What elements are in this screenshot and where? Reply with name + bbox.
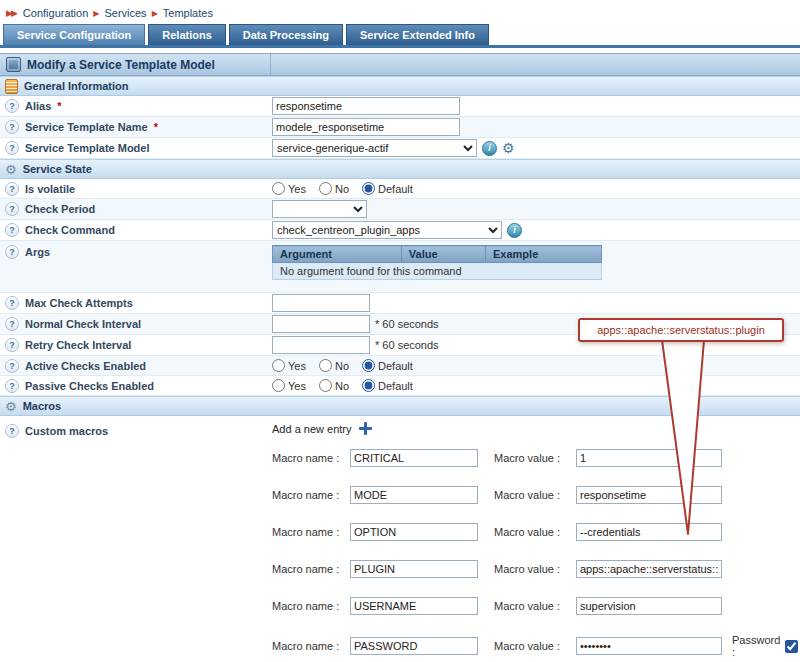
args-header-example: Example [486, 246, 602, 263]
page-title-bar: Modify a Service Template Model [0, 53, 800, 76]
macro-value-input[interactable] [576, 486, 722, 504]
radio-label: No [335, 380, 349, 392]
info-icon[interactable]: i [507, 223, 522, 238]
macro-value-input[interactable] [576, 597, 722, 615]
help-icon[interactable]: ? [5, 99, 19, 113]
help-icon[interactable]: ? [5, 245, 19, 259]
help-icon[interactable]: ? [5, 202, 19, 216]
help-icon[interactable]: ? [5, 379, 19, 393]
max-check-attempts-label-cell: ? Max Check Attempts [0, 296, 270, 310]
macro-value-label: Macro value : [494, 563, 576, 575]
macro-name-input[interactable] [350, 486, 478, 504]
max-check-attempts-label: Max Check Attempts [25, 297, 133, 309]
max-check-attempts-input[interactable] [272, 294, 370, 312]
check-period-select[interactable] [272, 200, 367, 218]
macro-value-label: Macro value : [494, 452, 576, 464]
info-icon[interactable]: i [482, 141, 497, 156]
row-passive-checks-enabled: ? Passive Checks Enabled Yes No Default [0, 376, 800, 396]
password-label: Password : [732, 634, 785, 658]
macro-name-input[interactable] [350, 449, 478, 467]
breadcrumb-configuration[interactable]: Configuration [23, 7, 88, 19]
macro-value-input[interactable] [576, 523, 722, 541]
password-checkbox[interactable] [785, 640, 798, 653]
row-max-check-attempts: ? Max Check Attempts [0, 293, 800, 314]
retry-check-interval-input[interactable] [272, 336, 370, 354]
breadcrumb-templates[interactable]: Templates [163, 7, 213, 19]
plus-icon[interactable] [359, 422, 372, 435]
macro-value-input[interactable] [576, 449, 722, 467]
macro-name-input[interactable] [350, 637, 478, 655]
service-template-model-select[interactable]: service-generique-actif [272, 139, 477, 157]
row-retry-check-interval: ? Retry Check Interval * 60 seconds [0, 335, 800, 356]
active-checks-default[interactable]: Default [362, 359, 413, 372]
required-marker: * [154, 121, 158, 133]
active-checks-yes[interactable]: Yes [272, 359, 306, 372]
gear-icon: ⚙ [5, 163, 17, 176]
macro-name-label: Macro name : [272, 489, 350, 501]
add-new-entry-button[interactable]: Add a new entry [272, 422, 372, 435]
retry-check-interval-label-cell: ? Retry Check Interval [0, 338, 270, 352]
macro-value-label: Macro value : [494, 600, 576, 612]
service-template-name-input[interactable] [272, 118, 460, 136]
radio-label: No [335, 360, 349, 372]
help-icon[interactable]: ? [5, 317, 19, 331]
is-volatile-yes-radio[interactable] [272, 182, 285, 195]
help-icon[interactable]: ? [5, 424, 19, 438]
passive-checks-yes-radio[interactable] [272, 379, 285, 392]
macro-row-mode: Macro name : Macro value : [272, 486, 722, 504]
passive-checks-default-radio[interactable] [362, 379, 375, 392]
row-active-checks-enabled: ? Active Checks Enabled Yes No Default [0, 356, 800, 376]
active-checks-default-radio[interactable] [362, 359, 375, 372]
help-icon[interactable]: ? [5, 338, 19, 352]
macro-name-label: Macro name : [272, 600, 350, 612]
is-volatile-default[interactable]: Default [362, 182, 413, 195]
alias-input[interactable] [272, 97, 460, 115]
macro-value-input[interactable] [576, 560, 722, 578]
active-checks-no-radio[interactable] [319, 359, 332, 372]
args-header-argument: Argument [273, 246, 402, 263]
is-volatile-yes[interactable]: Yes [272, 182, 306, 195]
passive-checks-no-radio[interactable] [319, 379, 332, 392]
section-service-state: ⚙ Service State [0, 159, 800, 179]
help-icon[interactable]: ? [5, 141, 19, 155]
macro-name-input[interactable] [350, 597, 478, 615]
section-general-information-title: General Information [24, 80, 129, 92]
passive-checks-default[interactable]: Default [362, 379, 413, 392]
active-checks-yes-radio[interactable] [272, 359, 285, 372]
macro-name-input[interactable] [350, 523, 478, 541]
active-checks-label-cell: ? Active Checks Enabled [0, 359, 270, 373]
help-icon[interactable]: ? [5, 296, 19, 310]
breadcrumb-services[interactable]: Services [104, 7, 146, 19]
macro-value-password-input[interactable] [576, 637, 722, 655]
normal-check-interval-label: Normal Check Interval [25, 318, 141, 330]
alias-label-cell: ? Alias * [0, 99, 270, 113]
radio-label: Yes [288, 360, 306, 372]
is-volatile-default-radio[interactable] [362, 182, 375, 195]
passive-checks-no[interactable]: No [319, 379, 349, 392]
check-command-select[interactable]: check_centreon_plugin_apps [272, 221, 502, 239]
macro-name-label: Macro name : [272, 563, 350, 575]
macro-name-label: Macro name : [272, 526, 350, 538]
is-volatile-no-radio[interactable] [319, 182, 332, 195]
is-volatile-no[interactable]: No [319, 182, 349, 195]
normal-check-interval-input[interactable] [272, 315, 370, 333]
active-checks-no[interactable]: No [319, 359, 349, 372]
tab-data-processing[interactable]: Data Processing [229, 24, 343, 45]
help-icon[interactable]: ? [5, 223, 19, 237]
gear-icon[interactable]: ⚙ [502, 141, 515, 155]
tab-service-configuration[interactable]: Service Configuration [3, 24, 145, 45]
help-icon[interactable]: ? [5, 182, 19, 196]
row-custom-macros: ? Custom macros Add a new entry Macro na… [0, 416, 800, 662]
tab-relations[interactable]: Relations [148, 24, 226, 45]
page-title: Modify a Service Template Model [27, 58, 215, 72]
row-service-template-name: ? Service Template Name * [0, 117, 800, 138]
help-icon[interactable]: ? [5, 359, 19, 373]
macro-row-plugin: Macro name : Macro value : [272, 560, 722, 578]
help-icon[interactable]: ? [5, 120, 19, 134]
macro-name-input[interactable] [350, 560, 478, 578]
row-normal-check-interval: ? Normal Check Interval * 60 seconds [0, 314, 800, 335]
gears-icon: ⚙ [5, 400, 17, 413]
tab-service-extended-info[interactable]: Service Extended Info [346, 24, 489, 45]
custom-macros-label: Custom macros [25, 425, 108, 437]
passive-checks-yes[interactable]: Yes [272, 379, 306, 392]
